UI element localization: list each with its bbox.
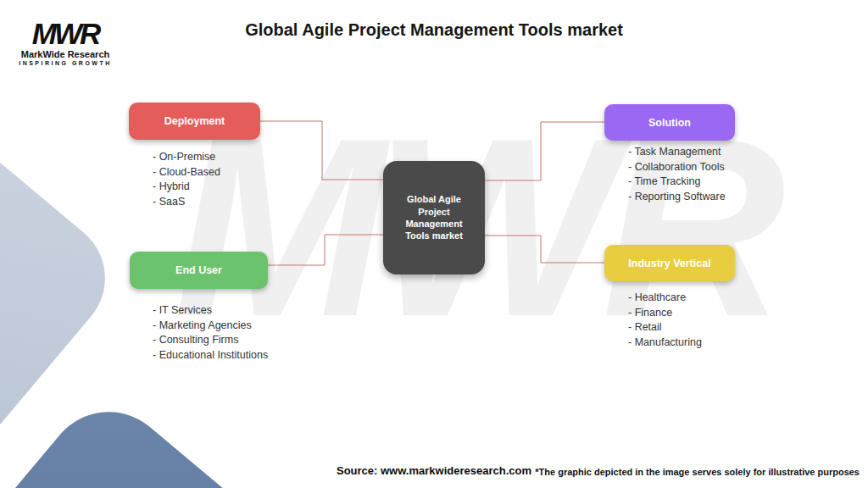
node-end-user-label: End User xyxy=(175,264,222,276)
deployment-item-list: - On-Premise - Cloud-Based - Hybrid - Sa… xyxy=(153,150,220,209)
list-item: - Consulting Firms xyxy=(153,333,268,348)
node-end-user: End User xyxy=(130,252,268,289)
list-item: - Educational Institutions xyxy=(153,348,268,363)
connector-enduser xyxy=(268,235,386,265)
list-item: - Task Management xyxy=(628,145,726,160)
connector-industry xyxy=(480,236,606,263)
list-item: - Marketing Agencies xyxy=(153,319,268,334)
connector-deployment xyxy=(260,121,386,180)
disclaimer-text: *The graphic depicted in the image serve… xyxy=(535,467,860,477)
node-industry-vertical: Industry Vertical xyxy=(604,245,735,281)
list-item: - Reporting Software xyxy=(628,190,726,205)
list-item: - SaaS xyxy=(153,195,220,210)
page-title: Global Agile Project Management Tools ma… xyxy=(0,20,868,40)
list-item: - Retail xyxy=(628,320,702,336)
list-item: - IT Services xyxy=(153,303,268,319)
list-item: - Collaboration Tools xyxy=(628,160,726,175)
node-center-market: Global Agile Project Management Tools ma… xyxy=(383,161,485,274)
infographic-canvas: MWR MWR MarkWide Research INSPIRING GROW… xyxy=(0,0,868,488)
node-deployment-label: Deployment xyxy=(164,115,225,127)
industry-vertical-item-list: - Healthcare - Finance - Retail - Manufa… xyxy=(628,291,702,350)
end-user-item-list: - IT Services - Marketing Agencies - Con… xyxy=(153,303,268,363)
node-industry-vertical-label: Industry Vertical xyxy=(628,258,710,269)
connector-solution xyxy=(480,122,606,180)
solution-item-list: - Task Management - Collaboration Tools … xyxy=(628,145,726,204)
node-center-label: Global Agile Project Management Tools ma… xyxy=(393,193,475,241)
list-item: - Healthcare xyxy=(628,291,702,306)
list-item: - Finance xyxy=(628,306,702,321)
node-deployment: Deployment xyxy=(129,103,260,140)
list-item: - Manufacturing xyxy=(628,336,702,351)
logo-name: MarkWide Research xyxy=(19,49,112,59)
list-item: - Time Tracking xyxy=(628,175,726,190)
node-solution: Solution xyxy=(604,104,735,141)
list-item: - On-Premise xyxy=(153,150,220,165)
node-solution-label: Solution xyxy=(648,117,691,129)
logo-tagline: INSPIRING GROWTH xyxy=(19,60,112,66)
list-item: - Hybrid xyxy=(153,180,220,195)
list-item: - Cloud-Based xyxy=(153,165,220,180)
